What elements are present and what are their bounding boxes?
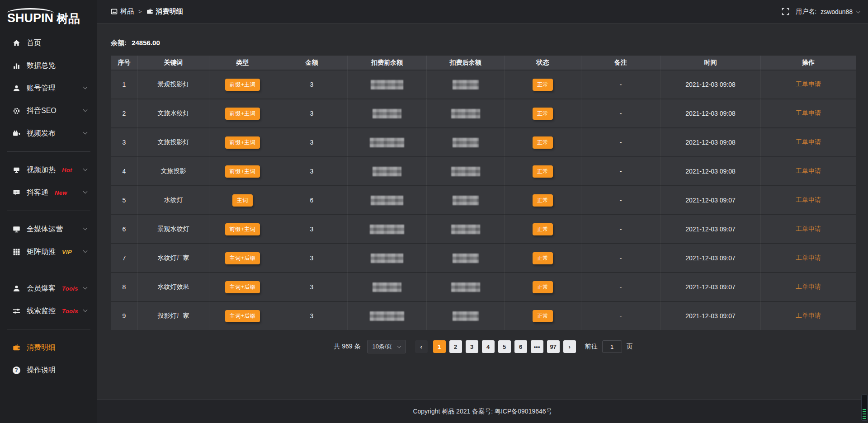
cell-balance-after [427, 99, 505, 127]
type-badge: 主词+后缀 [225, 310, 260, 322]
sidebar-item-抖音SEO[interactable]: 抖音SEO [0, 99, 97, 122]
grid-icon [12, 248, 21, 256]
page-button-3[interactable]: 3 [466, 340, 478, 353]
goto-page-input[interactable] [602, 340, 622, 353]
user-zone: 用户名: zswodun88 [782, 8, 860, 16]
chevron-down-icon [83, 189, 88, 194]
prev-page-button[interactable]: ‹ [415, 340, 428, 353]
censored-value [370, 138, 404, 147]
cell-remark: - [581, 99, 660, 127]
cell-keyword: 水纹灯效果 [138, 272, 209, 301]
sidebar-item-抖客通[interactable]: 抖客通New [0, 181, 97, 204]
cell-amount: 6 [276, 185, 348, 214]
cell-index: 9 [111, 301, 138, 330]
breadcrumb-item-current[interactable]: 消费明细 [146, 7, 183, 16]
ticket-apply-link[interactable]: 工单申请 [796, 109, 821, 117]
censored-value [373, 167, 401, 176]
type-badge: 主词 [232, 194, 253, 207]
cell-status: 正常 [505, 127, 581, 156]
table-body: 1景观投影灯前缀+主词3正常-2021-12-03 09:08工单申请2文旅水纹… [111, 70, 856, 330]
sidebar-item-首页[interactable]: 首页 [0, 32, 97, 54]
chevron-down-icon [83, 249, 88, 253]
sidebar-item-账号管理[interactable]: 账号管理 [0, 77, 97, 99]
main-content: 余额: 24856.00 序号关键词类型金额扣费前余额扣费后余额状态备注时间操作… [97, 24, 868, 400]
copyright-text: Copyright 树品 2021 备案号: 粤ICP备09019646号 [413, 408, 552, 416]
sidebar-item-label: 矩阵助推 [27, 247, 56, 257]
sidebar-item-会员爆客[interactable]: 会员爆客Tools [0, 277, 97, 300]
total-count: 共 969 条 [334, 343, 360, 351]
cell-remark: - [581, 70, 660, 99]
cell-action: 工单申请 [761, 127, 856, 156]
sidebar-item-数据总览[interactable]: 数据总览 [0, 54, 97, 77]
page-button-1[interactable]: 1 [433, 340, 446, 353]
cell-time: 2021-12-03 09:07 [660, 214, 761, 243]
column-header: 操作 [761, 56, 856, 70]
column-header: 备注 [581, 56, 660, 70]
breadcrumb-label: 消费明细 [156, 7, 183, 16]
sidebar-item-label: 抖音SEO [27, 106, 57, 116]
sidebar-badge: Tools [62, 285, 78, 292]
censored-value [371, 80, 403, 89]
censored-value [451, 282, 480, 292]
page-button-6[interactable]: 6 [514, 340, 527, 353]
divider [7, 329, 90, 329]
question-icon: ? [12, 367, 21, 374]
cell-action: 工单申请 [761, 156, 856, 185]
cell-time: 2021-12-03 09:07 [660, 185, 761, 214]
sidebar-item-消费明细[interactable]: 消费明细 [0, 336, 97, 359]
ticket-apply-link[interactable]: 工单申请 [796, 283, 821, 290]
censored-value [371, 254, 403, 263]
table-row: 7水纹灯厂家主词+后缀3正常-2021-12-03 09:07工单申请 [111, 243, 856, 272]
page-size-select[interactable]: 10条/页 [367, 340, 406, 353]
cell-amount: 3 [276, 272, 348, 301]
cell-balance-after [427, 243, 505, 272]
wallet-icon [146, 8, 153, 15]
ticket-apply-link[interactable]: 工单申请 [796, 254, 821, 261]
user-icon [12, 85, 21, 92]
sidebar-item-线索监控[interactable]: 线索监控Tools [0, 300, 97, 322]
sidebar-item-label: 数据总览 [27, 61, 56, 70]
sidebar-item-矩阵助推[interactable]: 矩阵助推VIP [0, 240, 97, 263]
page-button-5[interactable]: 5 [498, 340, 511, 353]
cell-balance-after [427, 214, 505, 243]
type-badge: 前缀+主词 [225, 165, 260, 178]
cell-status: 正常 [505, 243, 581, 272]
ticket-apply-link[interactable]: 工单申请 [796, 225, 821, 232]
chevron-down-icon [83, 130, 88, 135]
table-header-row: 序号关键词类型金额扣费前余额扣费后余额状态备注时间操作 [111, 56, 856, 70]
sidebar-item-label: 线索监控 [27, 306, 56, 316]
page-button-97[interactable]: 97 [547, 340, 560, 353]
ticket-apply-link[interactable]: 工单申请 [796, 167, 821, 174]
member-icon [12, 285, 21, 292]
cell-type: 前缀+主词 [209, 127, 276, 156]
chevron-down-icon [83, 108, 88, 112]
sidebar-item-视频加热[interactable]: 视频加热Hot [0, 159, 97, 181]
sidebar-menu: 首页数据总览账号管理抖音SEO视频发布视频加热Hot抖客通New全媒体运营矩阵助… [0, 32, 97, 381]
ticket-apply-link[interactable]: 工单申请 [796, 80, 821, 88]
ticket-apply-link[interactable]: 工单申请 [796, 138, 821, 146]
cell-remark: - [581, 156, 660, 185]
sidebar-item-label: 操作说明 [27, 366, 56, 375]
sidebar-item-操作说明[interactable]: ?操作说明 [0, 359, 97, 381]
more-pages-button[interactable]: ••• [531, 340, 543, 353]
censored-value [453, 196, 479, 205]
page-button-4[interactable]: 4 [482, 340, 495, 353]
ticket-apply-link[interactable]: 工单申请 [796, 312, 821, 319]
page-buttons: ‹123456•••97› [413, 340, 578, 353]
sidebar-item-视频发布[interactable]: 视频发布 [0, 122, 97, 145]
next-page-button[interactable]: › [563, 340, 576, 353]
ticket-apply-link[interactable]: 工单申请 [796, 196, 821, 203]
column-header: 扣费前余额 [348, 56, 427, 70]
table-row: 6景观水纹灯前缀+主词3正常-2021-12-03 09:07工单申请 [111, 214, 856, 243]
type-badge: 主词+后缀 [225, 281, 260, 293]
cell-type: 前缀+主词 [209, 214, 276, 243]
sidebar-item-全媒体运营[interactable]: 全媒体运营 [0, 218, 97, 240]
user-menu[interactable]: 用户名: zswodun88 [796, 8, 860, 16]
cell-index: 8 [111, 272, 138, 301]
breadcrumb-separator: > [138, 8, 142, 15]
page-button-2[interactable]: 2 [449, 340, 462, 353]
wallet-icon [12, 344, 21, 352]
breadcrumb-item-home[interactable]: 树品 [111, 7, 134, 16]
chart-icon [12, 62, 21, 70]
fullscreen-icon[interactable] [782, 8, 789, 15]
